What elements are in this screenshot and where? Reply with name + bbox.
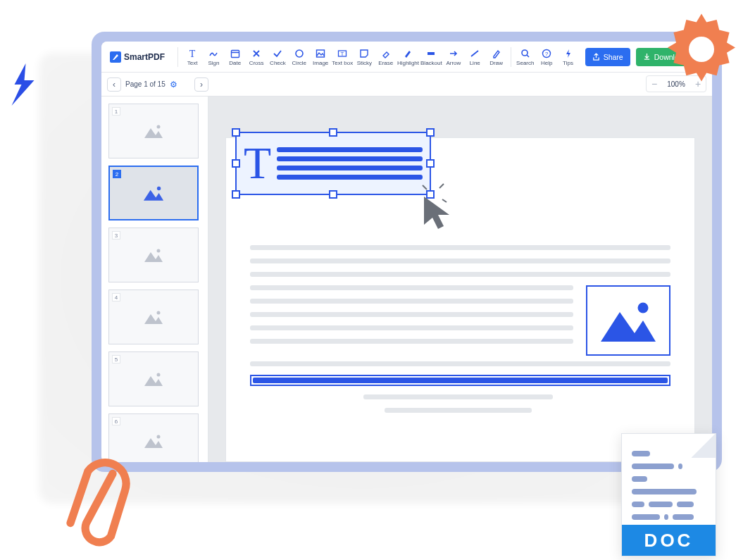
brand-icon	[110, 51, 121, 63]
bolt-icon	[563, 48, 574, 59]
cursor-icon	[420, 194, 462, 236]
resize-handle[interactable]	[232, 128, 240, 137]
embedded-image[interactable]	[586, 285, 670, 356]
svg-point-17	[157, 249, 161, 253]
resize-handle[interactable]	[426, 159, 435, 168]
circle-icon	[294, 48, 305, 59]
cross-icon	[251, 48, 262, 59]
svg-line-22	[439, 184, 444, 188]
page-settings-icon[interactable]: ⚙	[170, 80, 177, 89]
svg-point-16	[157, 187, 161, 190]
page-thumbnail[interactable]: 1	[108, 104, 199, 158]
tool-help[interactable]: ? Help	[537, 46, 556, 68]
check-icon	[272, 48, 283, 59]
highlighter-icon	[402, 48, 413, 59]
resize-handle[interactable]	[329, 190, 337, 199]
search-icon	[520, 48, 531, 59]
svg-rect-6	[317, 50, 325, 57]
share-button[interactable]: Share	[585, 48, 630, 66]
tool-search[interactable]: Search	[516, 46, 535, 68]
tool-sticky[interactable]: Sticky	[354, 46, 374, 68]
svg-point-15	[157, 125, 161, 129]
svg-point-20	[157, 435, 161, 439]
svg-text:T: T	[189, 49, 196, 58]
tool-draw[interactable]: Draw	[486, 46, 506, 68]
device-frame: SmartPDF T Text Sign Date Cross Check	[92, 32, 722, 472]
drop-cap-icon: T	[244, 141, 271, 186]
image-placeholder-icon	[143, 247, 164, 263]
tool-image[interactable]: Image	[311, 46, 330, 68]
sign-icon	[208, 48, 219, 59]
svg-text:?: ?	[545, 51, 549, 57]
image-placeholder-icon	[143, 371, 164, 387]
textbox-icon: T	[337, 48, 348, 59]
pager: ‹ Page 1 of 15 ⚙ ›	[101, 77, 208, 92]
subtoolbar: ‹ Page 1 of 15 ⚙ › − 100% +	[101, 73, 712, 97]
tool-highlight[interactable]: Highlight	[397, 46, 419, 68]
tool-arrow[interactable]: Arrow	[444, 46, 463, 68]
thumbnail-sidebar: 1 2 3 4 5	[101, 97, 208, 462]
tool-tips[interactable]: Tips	[558, 46, 578, 68]
svg-point-18	[157, 311, 161, 315]
page-thumbnail[interactable]: 2	[108, 166, 199, 220]
selected-text-element[interactable]: T	[235, 132, 431, 195]
image-placeholder-icon	[143, 123, 164, 139]
tool-line[interactable]: Line	[465, 46, 485, 68]
image-icon	[315, 48, 326, 59]
text-icon: T	[187, 48, 198, 59]
tool-cross[interactable]: Cross	[247, 46, 266, 68]
calendar-icon	[230, 48, 241, 59]
editor-canvas[interactable]: T	[208, 97, 712, 462]
sticky-icon	[358, 48, 370, 59]
svg-point-24	[638, 303, 649, 313]
next-page-button[interactable]: ›	[194, 77, 208, 92]
svg-point-0	[689, 37, 714, 62]
resize-handle[interactable]	[426, 128, 435, 137]
tool-text[interactable]: T Text	[182, 46, 202, 68]
image-placeholder-icon	[142, 184, 166, 202]
image-placeholder-icon	[143, 433, 164, 449]
tool-circle[interactable]: Circle	[289, 46, 309, 68]
paperclip-decoration	[60, 451, 137, 556]
resize-handle[interactable]	[232, 190, 240, 199]
separator	[511, 47, 511, 67]
doc-badge-label: DOC	[622, 525, 716, 556]
page-thumbnail[interactable]: 3	[108, 228, 199, 282]
line-icon	[469, 48, 480, 59]
prev-page-button[interactable]: ‹	[107, 77, 121, 92]
page-indicator: Page 1 of 15	[125, 80, 166, 88]
eraser-icon	[380, 48, 392, 59]
svg-point-19	[157, 373, 161, 377]
highlighted-bar[interactable]	[250, 375, 670, 386]
app-screen: SmartPDF T Text Sign Date Cross Check	[101, 42, 712, 462]
share-icon	[592, 53, 600, 61]
brand: SmartPDF	[107, 51, 170, 63]
resize-handle[interactable]	[232, 159, 240, 168]
image-placeholder-icon	[143, 309, 164, 325]
tool-sign[interactable]: Sign	[204, 46, 223, 68]
svg-point-5	[296, 50, 303, 57]
tool-blackout[interactable]: Blackout	[420, 46, 442, 68]
doc-file-decoration: DOC	[621, 433, 716, 556]
svg-line-10	[471, 51, 478, 56]
separator	[177, 47, 178, 67]
pencil-icon	[491, 48, 502, 59]
image-placeholder-icon	[597, 295, 660, 346]
tool-date[interactable]: Date	[225, 46, 245, 68]
main-toolbar: SmartPDF T Text Sign Date Cross Check	[101, 42, 712, 73]
arrow-icon	[448, 48, 459, 59]
page-thumbnail[interactable]: 4	[108, 290, 199, 344]
tool-textbox[interactable]: T Text box	[332, 46, 353, 68]
blackout-icon	[425, 48, 437, 59]
text-lines-placeholder	[277, 143, 423, 184]
tool-erase[interactable]: Erase	[376, 46, 396, 68]
svg-point-11	[522, 50, 528, 56]
svg-text:T: T	[341, 51, 344, 57]
svg-rect-3	[231, 50, 239, 57]
tool-check[interactable]: Check	[268, 46, 287, 68]
resize-handle[interactable]	[329, 128, 337, 137]
gear-decoration	[659, 7, 744, 92]
help-icon: ?	[541, 48, 552, 59]
page-thumbnail[interactable]: 5	[108, 351, 199, 406]
svg-rect-9	[428, 52, 435, 55]
